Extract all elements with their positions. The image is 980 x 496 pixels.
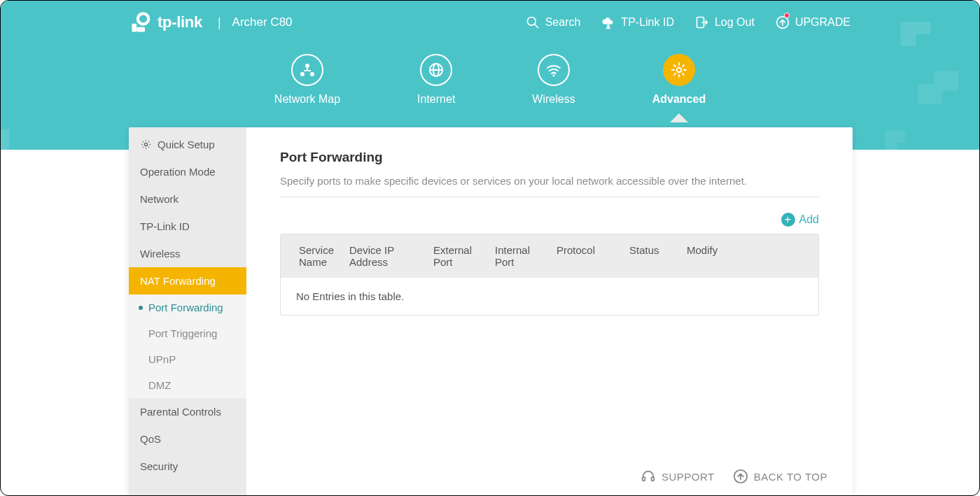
search-icon xyxy=(526,15,540,29)
plus-icon: + xyxy=(781,213,795,227)
svg-point-14 xyxy=(553,75,555,77)
sidebar-security-label: Security xyxy=(140,460,178,472)
svg-rect-2 xyxy=(136,27,145,32)
search-link[interactable]: Search xyxy=(526,15,581,29)
svg-point-5 xyxy=(607,24,610,27)
th-status: Status xyxy=(621,234,678,278)
content-area: Port Forwarding Specify ports to make sp… xyxy=(246,127,853,496)
search-label: Search xyxy=(545,16,581,29)
back-to-top-label: BACK TO TOP xyxy=(754,471,827,483)
brand-area: tp-link | Archer C80 xyxy=(130,10,293,34)
sidebar-item-operation-mode[interactable]: Operation Mode xyxy=(129,158,246,185)
svg-point-10 xyxy=(310,72,314,76)
toplinks: Search TP-Link ID Log Out UPGRADE xyxy=(526,15,979,29)
tab-internet-label: Internet xyxy=(417,93,455,106)
main-nav-tabs: Network Map Internet Wireless Advanced xyxy=(1,44,979,106)
th-modify: Modify xyxy=(678,234,818,278)
tab-wireless[interactable]: Wireless xyxy=(532,54,575,106)
sidebar-sub-pt-label: Port Triggering xyxy=(148,327,217,339)
th-device-ip: Device IP Address xyxy=(341,234,425,278)
upgrade-link[interactable]: UPGRADE xyxy=(776,15,850,29)
svg-rect-1 xyxy=(132,24,136,32)
tplink-id-link[interactable]: TP-Link ID xyxy=(601,15,674,29)
model-name: Archer C80 xyxy=(232,15,293,29)
page-description: Specify ports to make specific devices o… xyxy=(280,175,819,187)
sidebar-tplinkid-label: TP-Link ID xyxy=(140,220,190,232)
sidebar-opmode-label: Operation Mode xyxy=(140,166,216,178)
sidebar-sub-port-triggering[interactable]: Port Triggering xyxy=(129,320,246,346)
logout-link[interactable]: Log Out xyxy=(695,15,755,29)
th-service-name: Service Name xyxy=(281,234,341,278)
table-empty-row: No Entries in this table. xyxy=(281,278,818,315)
sidebar-quick-setup-label: Quick Setup xyxy=(158,139,215,150)
support-label: SUPPORT xyxy=(662,471,715,483)
th-internal-port: Internal Port xyxy=(486,234,548,278)
brand-separator: | xyxy=(218,15,221,30)
topbar: tp-link | Archer C80 Search TP-Link ID L… xyxy=(1,1,979,44)
upgrade-label: UPGRADE xyxy=(795,16,850,29)
add-button[interactable]: + Add xyxy=(781,213,819,227)
divider xyxy=(280,197,819,197)
sidebar-item-parental-controls[interactable]: Parental Controls xyxy=(129,398,246,425)
back-to-top-link[interactable]: BACK TO TOP xyxy=(733,469,827,484)
sidebar-item-qos[interactable]: QoS xyxy=(129,425,246,453)
brand-logo: tp-link xyxy=(130,10,202,34)
svg-rect-17 xyxy=(643,477,645,481)
sidebar: Quick Setup Operation Mode Network TP-Li… xyxy=(129,127,246,496)
tplink-id-label: TP-Link ID xyxy=(621,16,674,29)
add-row: + Add xyxy=(280,213,819,227)
svg-point-8 xyxy=(305,64,309,68)
port-forwarding-table: Service Name Device IP Address External … xyxy=(280,234,819,316)
sidebar-sub-dmz-label: DMZ xyxy=(148,379,172,391)
page-title: Port Forwarding xyxy=(280,150,819,165)
th-protocol: Protocol xyxy=(548,234,621,278)
wifi-icon xyxy=(545,62,562,78)
sidebar-sub-port-forwarding[interactable]: Port Forwarding xyxy=(129,295,246,320)
svg-point-0 xyxy=(138,13,148,24)
main-panel: Quick Setup Operation Mode Network TP-Li… xyxy=(129,127,853,496)
sidebar-sub-upnp[interactable]: UPnP xyxy=(129,346,246,372)
tab-internet[interactable]: Internet xyxy=(417,54,455,106)
svg-point-15 xyxy=(677,68,681,72)
headset-icon xyxy=(640,469,656,484)
tab-wireless-label: Wireless xyxy=(532,93,575,106)
sidebar-sub-upnp-label: UPnP xyxy=(148,353,176,365)
gear-small-icon xyxy=(140,139,152,150)
sidebar-item-wireless[interactable]: Wireless xyxy=(129,240,246,267)
tab-network-map-label: Network Map xyxy=(274,93,340,106)
sidebar-item-security[interactable]: Security xyxy=(129,453,246,480)
globe-icon xyxy=(428,62,444,78)
logout-label: Log Out xyxy=(715,16,755,29)
sidebar-item-network[interactable]: Network xyxy=(129,185,246,213)
add-label: Add xyxy=(799,213,819,226)
upgrade-notification-dot xyxy=(784,13,790,18)
sidebar-item-tplink-id[interactable]: TP-Link ID xyxy=(129,213,246,240)
svg-point-9 xyxy=(300,72,304,76)
sidebar-network-label: Network xyxy=(140,193,178,205)
th-external-port: External Port xyxy=(425,234,486,278)
network-map-icon xyxy=(299,62,316,78)
sidebar-item-quick-setup[interactable]: Quick Setup xyxy=(129,127,246,158)
tplink-logo-icon xyxy=(130,10,153,34)
svg-point-16 xyxy=(144,143,147,146)
svg-rect-18 xyxy=(652,477,654,481)
gear-icon xyxy=(671,62,687,78)
sidebar-parental-label: Parental Controls xyxy=(140,406,221,418)
tab-advanced-label: Advanced xyxy=(652,93,706,106)
sidebar-item-nat-forwarding[interactable]: NAT Forwarding xyxy=(129,267,246,295)
tab-network-map[interactable]: Network Map xyxy=(274,54,340,106)
cloud-user-icon xyxy=(601,15,615,29)
sidebar-wireless-label: Wireless xyxy=(140,248,181,260)
svg-line-4 xyxy=(534,24,538,28)
support-link[interactable]: SUPPORT xyxy=(640,469,715,484)
arrow-up-circle-icon xyxy=(733,469,748,484)
brand-name: tp-link xyxy=(158,13,202,31)
sidebar-nat-label: NAT Forwarding xyxy=(140,275,216,287)
page-footer: SUPPORT BACK TO TOP xyxy=(246,457,853,496)
tab-advanced[interactable]: Advanced xyxy=(652,54,706,106)
logout-icon xyxy=(695,15,709,29)
sidebar-qos-label: QoS xyxy=(140,433,161,445)
sidebar-sub-dmz[interactable]: DMZ xyxy=(129,372,246,398)
sidebar-sub-pf-label: Port Forwarding xyxy=(148,302,223,313)
table-header: Service Name Device IP Address External … xyxy=(281,234,818,278)
